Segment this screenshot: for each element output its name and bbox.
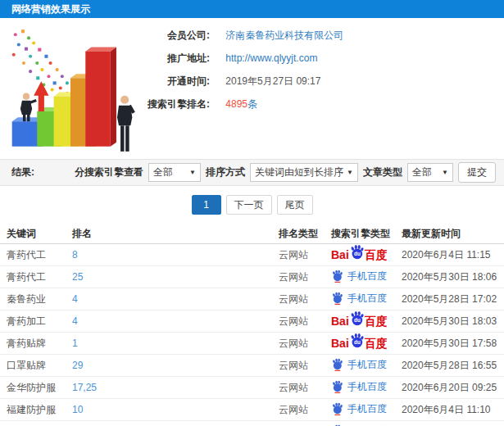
rank-type-cell: 云网站: [279, 337, 331, 351]
window-title-bar: 网络营销效果展示: [0, 0, 504, 18]
company-info-list: 会员公司: 济南秦鲁药业科技有限公司 推广地址: http://www.qlyy…: [141, 18, 504, 159]
updated-time-cell: 2020年6月4日 11:15: [402, 248, 504, 262]
chevron-down-icon: ▼: [189, 169, 196, 176]
table-row: 口罩贴牌 29 云网站 手机百度 2020年5月28日 16:55: [0, 355, 504, 377]
engine-type-cell: 手机百度: [331, 402, 402, 418]
open-time-label: 开通时间:: [141, 75, 210, 87]
engine-type-cell: Bai du 百度: [331, 338, 402, 350]
table-row: 手机百度: [0, 421, 504, 426]
rank-type-cell: 云网站: [279, 381, 331, 395]
svg-text:du: du: [354, 317, 361, 323]
engine-filter-select[interactable]: 全部 ▼: [148, 163, 201, 182]
mobile-baidu-logo: 手机百度: [331, 402, 387, 415]
company-label: 会员公司:: [141, 29, 210, 41]
rank-count-number: 4895: [225, 98, 247, 110]
article-type-select[interactable]: 全部 ▼: [407, 163, 453, 182]
info-row-open-time: 开通时间: 2019年5月27日 09:17: [141, 75, 504, 87]
rank-count-unit: 条: [247, 98, 257, 110]
col-header-engine-type: 搜索引擎类型: [331, 227, 402, 241]
updated-time-cell: 2020年5月30日 17:58: [402, 337, 504, 351]
company-info-section: 会员公司: 济南秦鲁药业科技有限公司 推广地址: http://www.qlyy…: [0, 18, 504, 159]
baidu-logo-cn-text: 百度: [365, 249, 388, 261]
rank-link[interactable]: 1: [72, 338, 279, 349]
company-name-link[interactable]: 济南秦鲁药业科技有限公司: [225, 29, 343, 41]
chevron-down-icon: ▼: [442, 169, 448, 176]
mobile-baidu-paw-icon: [331, 358, 343, 371]
engine-type-cell: 手机百度: [331, 358, 402, 374]
mobile-baidu-text: 手机百度: [347, 360, 387, 369]
rank-link[interactable]: 25: [72, 271, 279, 283]
table-header-row: 关键词 排名 排名类型 搜索引擎类型 最新更新时间: [0, 224, 504, 244]
submit-button[interactable]: 提交: [458, 162, 496, 183]
info-row-url: 推广地址: http://www.qlyyjt.com: [141, 52, 504, 64]
baidu-logo: Bai du 百度: [331, 338, 388, 349]
promo-url-link[interactable]: http://www.qlyyjt.com: [225, 52, 317, 64]
rank-type-cell: 云网站: [279, 359, 331, 373]
rank-link[interactable]: 29: [72, 360, 279, 371]
filter-controls: 分搜索引擎查看 全部 ▼ 排序方式 关键词由短到长排序 ▼ 文章类型 全部 ▼ …: [75, 162, 496, 183]
table-row: 膏药加工 4 云网站 Bai du 百度 2020年5月30日 18:03: [0, 310, 504, 333]
table-row: 膏药代工 8 云网站 Bai du 百度 2020年6月4日 11:15: [0, 244, 504, 266]
next-page-button[interactable]: 下一页: [226, 195, 272, 215]
keyword-cell: 秦鲁药业: [7, 292, 72, 306]
baidu-paw-icon: du: [349, 244, 365, 260]
rank-type-cell: 云网站: [279, 403, 331, 417]
table-body: 膏药代工 8 云网站 Bai du 百度 2020年6月4日 11:15 膏药代…: [0, 244, 504, 426]
rank-type-cell: 云网站: [279, 292, 331, 306]
updated-time-cell: 2020年5月28日 17:02: [402, 292, 504, 306]
rank-link[interactable]: 4: [72, 315, 279, 327]
rank-link[interactable]: 17,25: [72, 382, 279, 393]
baidu-logo-text: Bai: [331, 249, 349, 261]
mobile-baidu-logo: 手机百度: [331, 358, 387, 371]
keyword-cell: 膏药代工: [7, 248, 72, 262]
svg-text:du: du: [354, 339, 361, 345]
engine-type-cell: 手机百度: [331, 380, 402, 396]
filter-bar: 结果: 分搜索引擎查看 全部 ▼ 排序方式 关键词由短到长排序 ▼ 文章类型 全…: [0, 159, 504, 186]
engine-type-cell: Bai du 百度: [331, 315, 402, 328]
baidu-logo-text: Bai: [331, 315, 349, 327]
mobile-baidu-logo: 手机百度: [331, 380, 387, 393]
promo-url-label: 推广地址:: [141, 52, 210, 64]
results-table: 关键词 排名 排名类型 搜索引擎类型 最新更新时间 膏药代工 8 云网站 Bai…: [0, 224, 504, 426]
baidu-logo: Bai du 百度: [331, 249, 388, 261]
engine-rank-label: 搜索引擎排名:: [141, 98, 210, 110]
engine-type-cell: 手机百度: [331, 270, 402, 285]
baidu-paw-icon: du: [349, 310, 365, 326]
baidu-logo-text: Bai: [331, 338, 349, 349]
keyword-cell: 福建防护服: [7, 403, 72, 417]
updated-time-cell: 2020年5月30日 18:06: [402, 270, 504, 284]
rank-link[interactable]: 4: [72, 293, 279, 305]
rank-link[interactable]: 8: [72, 249, 279, 261]
updated-time-cell: 2020年5月30日 18:03: [402, 315, 504, 329]
keyword-cell: 膏药加工: [7, 315, 72, 329]
mobile-baidu-logo: 手机百度: [331, 270, 387, 283]
mobile-baidu-text: 手机百度: [347, 404, 387, 414]
pagination: 1 下一页 尾页: [0, 186, 504, 224]
keyword-cell: 膏药代工: [7, 270, 72, 284]
baidu-paw-icon: du: [349, 333, 365, 348]
col-header-rank: 排名: [72, 227, 279, 241]
page-button-1[interactable]: 1: [192, 195, 221, 215]
table-row: 膏药代工 25 云网站 手机百度 2020年5月30日 18:06: [0, 266, 504, 288]
rank-link[interactable]: 10: [72, 404, 279, 415]
marketing-report-page: 网络营销效果展示: [0, 0, 504, 426]
sort-filter-value: 关键词由短到长排序: [255, 165, 343, 179]
table-row: 金华防护服 17,25 云网站 手机百度 2020年6月20日 09:25: [0, 377, 504, 399]
baidu-logo: Bai du 百度: [331, 315, 388, 327]
engine-type-cell: 手机百度: [331, 292, 402, 307]
table-row: 秦鲁药业 4 云网站 手机百度 2020年5月28日 17:02: [0, 288, 504, 310]
svg-text:du: du: [354, 251, 361, 256]
table-row: 膏药贴牌 1 云网站 Bai du 百度 2020年5月30日 17:58: [0, 333, 504, 355]
businessman-left: [20, 93, 37, 122]
engine-type-cell: Bai du 百度: [331, 249, 402, 261]
engine-rank-value: 4895条: [225, 98, 257, 110]
col-header-keyword: 关键词: [7, 227, 72, 241]
sort-filter-select[interactable]: 关键词由短到长排序 ▼: [250, 163, 358, 182]
mobile-baidu-logo: 手机百度: [331, 292, 387, 305]
businessman-right: [117, 96, 135, 152]
mobile-baidu-paw-icon: [331, 292, 343, 305]
last-page-button[interactable]: 尾页: [277, 195, 313, 215]
keyword-cell: 膏药贴牌: [7, 337, 72, 351]
keyword-cell: 口罩贴牌: [7, 359, 72, 373]
up-arrow: [34, 81, 48, 111]
